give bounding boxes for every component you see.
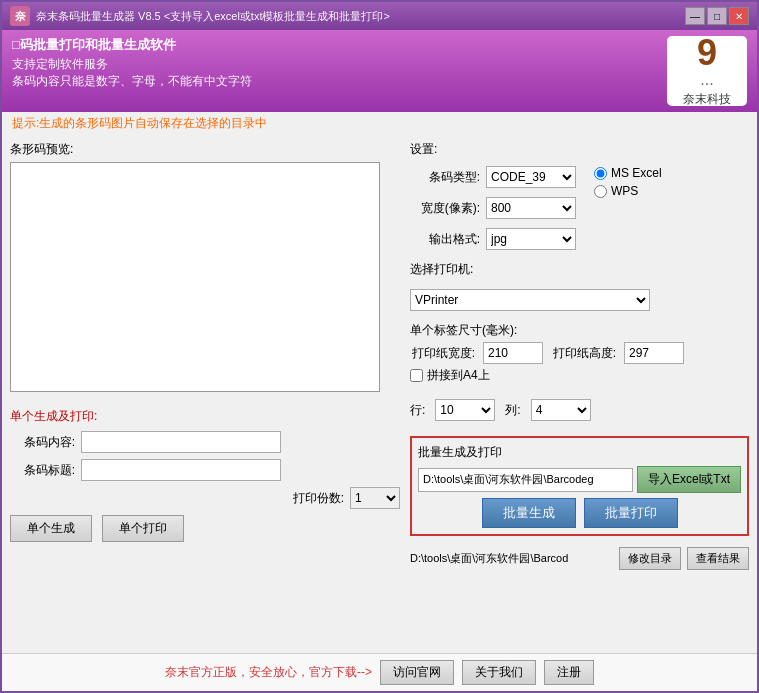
wps-radio-row: WPS	[594, 184, 662, 198]
barcode-content-label: 条码内容:	[10, 434, 75, 451]
settings-label: 设置:	[410, 141, 749, 158]
excel-radio-group: MS Excel WPS	[594, 166, 662, 198]
import-button[interactable]: 导入Excel或Txt	[637, 466, 741, 493]
output-format-label: 输出格式:	[410, 231, 480, 248]
output-format-select[interactable]: jpg png bmp	[486, 228, 576, 250]
single-section: 单个生成及打印: 条码内容: 条码标题: 打印份数: 1 2 3 5	[10, 408, 400, 542]
footer-text: 奈末官方正版，安全放心，官方下载-->	[165, 664, 372, 681]
preview-box	[10, 162, 380, 392]
print-width-label: 打印纸宽度:	[410, 345, 475, 362]
batch-section: 批量生成及打印 导入Excel或Txt 批量生成 批量打印	[410, 436, 749, 536]
wps-label: WPS	[611, 184, 638, 198]
batch-btn-row: 批量生成 批量打印	[418, 498, 741, 528]
logo-name: 奈末科技	[683, 91, 731, 108]
top-settings-left: 条码类型: CODE_39 CODE_128 EAN-13 QR Code 宽度…	[410, 166, 576, 255]
barcode-content-input[interactable]	[81, 431, 281, 453]
copies-select[interactable]: 1 2 3 5	[350, 487, 400, 509]
top-settings: 条码类型: CODE_39 CODE_128 EAN-13 QR Code 宽度…	[410, 166, 749, 255]
header-text: □码批量打印和批量生成软件 支持定制软件服务 条码内容只能是数字、字母，不能有中…	[12, 36, 252, 90]
title-bar-left: 奈 奈末条码批量生成器 V8.5 <支持导入excel或txt模板批量生成和批量…	[10, 6, 390, 26]
left-panel: 条形码预览: 单个生成及打印: 条码内容: 条码标题: 打印份数: 1 2	[10, 141, 400, 647]
header-line3: 条码内容只能是数字、字母，不能有中文字符	[12, 73, 252, 90]
ms-excel-label: MS Excel	[611, 166, 662, 180]
rows-label: 行:	[410, 402, 425, 419]
batch-print-button[interactable]: 批量打印	[584, 498, 678, 528]
barcode-type-label: 条码类型:	[410, 169, 480, 186]
copies-label: 打印份数:	[293, 490, 344, 507]
batch-label: 批量生成及打印	[418, 444, 741, 461]
maximize-button[interactable]: □	[707, 7, 727, 25]
app-icon: 奈	[10, 6, 30, 26]
logo-dots: ...	[700, 71, 713, 89]
batch-input-row: 导入Excel或Txt	[418, 466, 741, 493]
logo-number: 9	[697, 35, 717, 71]
width-row: 宽度(像素): 800 600 400 1200	[410, 197, 576, 219]
barcode-content-row: 条码内容:	[10, 431, 400, 453]
ms-excel-radio[interactable]	[594, 167, 607, 180]
header-line2: 支持定制软件服务	[12, 56, 252, 73]
printer-select-row: VPrinter Microsoft Print to PDF	[410, 289, 749, 311]
single-generate-button[interactable]: 单个生成	[10, 515, 92, 542]
barcode-title-label: 条码标题:	[10, 462, 75, 479]
copies-row: 打印份数: 1 2 3 5	[10, 487, 400, 509]
title-controls: — □ ✕	[685, 7, 749, 25]
label-size-title: 单个标签尺寸(毫米):	[410, 322, 749, 339]
barcode-type-select[interactable]: CODE_39 CODE_128 EAN-13 QR Code	[486, 166, 576, 188]
a4-checkbox-row: 拼接到A4上	[410, 367, 749, 384]
barcode-type-row: 条码类型: CODE_39 CODE_128 EAN-13 QR Code	[410, 166, 576, 188]
title-bar: 奈 奈末条码批量生成器 V8.5 <支持导入excel或txt模板批量生成和批量…	[2, 2, 757, 30]
single-btn-row: 单个生成 单个打印	[10, 515, 400, 542]
width-select[interactable]: 800 600 400 1200	[486, 197, 576, 219]
cols-label: 列:	[505, 402, 520, 419]
register-button[interactable]: 注册	[544, 660, 594, 685]
output-format-row: 输出格式: jpg png bmp	[410, 228, 576, 250]
logo-block: 9 ... 奈末科技	[667, 36, 747, 106]
barcode-title-row: 条码标题:	[10, 459, 400, 481]
grid-row: 行: 10 5 8 15 列: 4 2 3 6	[410, 399, 749, 421]
single-label: 单个生成及打印:	[10, 408, 400, 425]
view-result-button[interactable]: 查看结果	[687, 547, 749, 570]
output-row: D:\tools\桌面\河东软件园\Barcod 修改目录 查看结果	[410, 547, 749, 570]
barcode-title-input[interactable]	[81, 459, 281, 481]
rows-select[interactable]: 10 5 8 15	[435, 399, 495, 421]
print-height-input[interactable]	[624, 342, 684, 364]
print-width-input[interactable]	[483, 342, 543, 364]
modify-dir-button[interactable]: 修改目录	[619, 547, 681, 570]
a4-checkbox[interactable]	[410, 369, 423, 382]
printer-row: 选择打印机:	[410, 261, 749, 278]
cols-select[interactable]: 4 2 3 6	[531, 399, 591, 421]
about-button[interactable]: 关于我们	[462, 660, 536, 685]
main-window: 奈 奈末条码批量生成器 V8.5 <支持导入excel或txt模板批量生成和批量…	[0, 0, 759, 693]
right-panel: 设置: 条码类型: CODE_39 CODE_128 EAN-13 QR Cod…	[410, 141, 749, 647]
print-height-label: 打印纸高度:	[551, 345, 616, 362]
printer-label: 选择打印机:	[410, 261, 473, 278]
header-line1: □码批量打印和批量生成软件	[12, 36, 252, 54]
printer-select[interactable]: VPrinter Microsoft Print to PDF	[410, 289, 650, 311]
wps-radio[interactable]	[594, 185, 607, 198]
hint-text: 提示:生成的条形码图片自动保存在选择的目录中	[12, 116, 267, 130]
ms-excel-radio-row: MS Excel	[594, 166, 662, 180]
minimize-button[interactable]: —	[685, 7, 705, 25]
header-band: □码批量打印和批量生成软件 支持定制软件服务 条码内容只能是数字、字母，不能有中…	[2, 30, 757, 112]
close-button[interactable]: ✕	[729, 7, 749, 25]
a4-checkbox-label: 拼接到A4上	[427, 367, 490, 384]
label-size-group: 单个标签尺寸(毫米): 打印纸宽度: 打印纸高度: 拼接到A4上	[410, 322, 749, 388]
footer-bar: 奈末官方正版，安全放心，官方下载--> 访问官网 关于我们 注册	[2, 653, 757, 691]
visit-button[interactable]: 访问官网	[380, 660, 454, 685]
output-path: D:\tools\桌面\河东软件园\Barcod	[410, 551, 613, 566]
batch-generate-button[interactable]: 批量生成	[482, 498, 576, 528]
title-text: 奈末条码批量生成器 V8.5 <支持导入excel或txt模板批量生成和批量打印…	[36, 9, 390, 24]
single-print-button[interactable]: 单个打印	[102, 515, 184, 542]
preview-label: 条形码预览:	[10, 141, 400, 158]
batch-path-input[interactable]	[418, 468, 633, 492]
width-label: 宽度(像素):	[410, 200, 480, 217]
label-size-row: 打印纸宽度: 打印纸高度:	[410, 342, 749, 364]
hint-bar: 提示:生成的条形码图片自动保存在选择的目录中	[2, 112, 757, 135]
main-content: 条形码预览: 单个生成及打印: 条码内容: 条码标题: 打印份数: 1 2	[2, 135, 757, 653]
